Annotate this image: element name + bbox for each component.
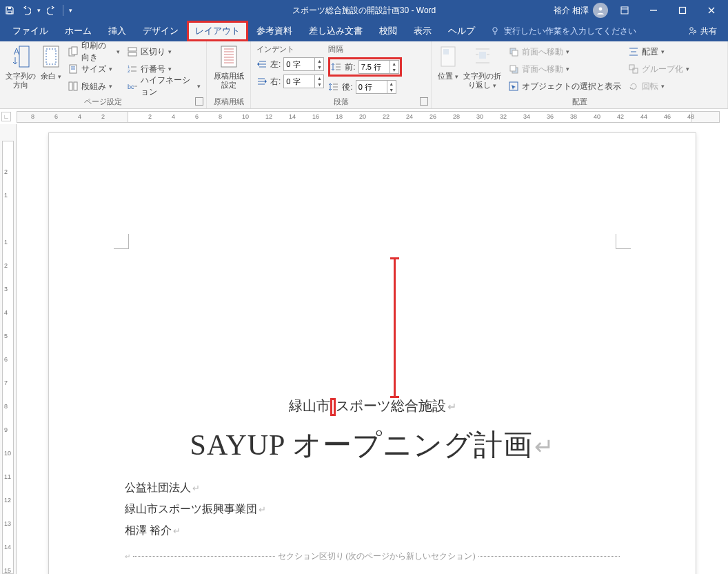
undo-icon[interactable]	[21, 5, 32, 16]
indent-right-spinner[interactable]: ▲▼	[283, 75, 324, 88]
document-body[interactable]: 緑山市スポーツ総合施設↵ SAYUP オープニング計画↵ 公益社団法人↵ 緑山市…	[125, 397, 620, 562]
group-arrange-label: 配置	[432, 97, 727, 107]
svg-rect-19	[69, 82, 72, 90]
vertical-ruler[interactable]: 2112345678910111213141516	[0, 124, 17, 574]
position-label: 位置 ▾	[438, 72, 458, 81]
tell-me-placeholder: 実行したい作業を入力してください	[504, 26, 636, 37]
wrap-text-icon	[472, 44, 494, 69]
paragraph-dialog-launcher[interactable]	[420, 97, 428, 106]
tab-review[interactable]: 校閲	[371, 21, 405, 41]
svg-rect-36	[633, 68, 638, 73]
send-backward-icon	[508, 63, 519, 75]
spinner-down-icon[interactable]: ▼	[315, 64, 323, 70]
indent-left-icon	[256, 59, 267, 70]
body-line-2[interactable]: 緑山市スポーツ振興事業団↵	[125, 502, 620, 517]
size-button[interactable]: サイズ▾	[68, 61, 120, 77]
spacing-before-label: 前:	[345, 61, 355, 73]
title-bar: ▾ ▾ スポーツ総合施設の開設計画30 - Word 裕介 相澤	[0, 0, 728, 21]
margins-icon[interactable]	[40, 44, 62, 69]
tab-design[interactable]: デザイン	[134, 21, 187, 41]
spinner-up-icon[interactable]: ▲	[387, 81, 396, 87]
qat-customize-icon[interactable]: ▾	[69, 7, 72, 14]
indent-right-input[interactable]	[284, 75, 314, 88]
selection-pane-button[interactable]: オブジェクトの選択と表示	[508, 79, 621, 94]
subtitle-line[interactable]: 緑山市スポーツ総合施設↵	[125, 397, 620, 416]
document-area[interactable]: 緑山市スポーツ総合施設↵ SAYUP オープニング計画↵ 公益社団法人↵ 緑山市…	[17, 124, 728, 574]
svg-rect-1	[8, 7, 11, 9]
section-break-marker: ↵ セクション区切り (次のページから新しいセクション)	[125, 551, 620, 562]
group-page-setup: A 文字列の 方向 余白 ▾ 印刷の向き▾ サイズ▾ 段組み▾ 区切り▾ 12行…	[0, 41, 207, 108]
hyphenation-button[interactable]: bcハイフネーション▾	[127, 79, 201, 94]
maximize-button[interactable]	[670, 0, 695, 21]
text-cursor-highlight	[330, 398, 336, 416]
orientation-icon	[68, 46, 79, 57]
line-numbers-icon: 12	[127, 63, 138, 75]
tab-insert[interactable]: 挿入	[100, 21, 134, 41]
wrap-text-label: 文字列の折 り返し ▾	[463, 72, 501, 90]
svg-rect-28	[443, 49, 449, 55]
spinner-down-icon[interactable]: ▼	[387, 87, 396, 93]
orientation-button[interactable]: 印刷の向き▾	[68, 44, 120, 59]
group-paragraph: インデント 左: ▲▼ 右: ▲▼ 間隔 前: ▲▼ 後: ▲▼	[251, 41, 432, 108]
spinner-up-icon[interactable]: ▲	[315, 75, 323, 81]
tab-home[interactable]: ホーム	[57, 21, 100, 41]
paragraph-mark-icon: ↵	[125, 553, 130, 560]
svg-rect-33	[510, 66, 516, 71]
quick-access-toolbar: ▾ ▾	[4, 5, 72, 16]
breaks-icon	[127, 46, 138, 57]
tab-references[interactable]: 参考資料	[248, 21, 301, 41]
tab-help[interactable]: ヘルプ	[440, 21, 483, 41]
minimize-button[interactable]	[641, 0, 666, 21]
workspace: 2112345678910111213141516 緑山市スポーツ総合施設↵ S…	[0, 124, 728, 574]
spinner-up-icon[interactable]: ▲	[390, 61, 398, 67]
close-button[interactable]	[699, 0, 724, 21]
breaks-button[interactable]: 区切り▾	[127, 44, 201, 59]
columns-button[interactable]: 段組み▾	[68, 79, 120, 94]
svg-rect-26	[221, 46, 236, 67]
paragraph-mark-icon: ↵	[192, 484, 200, 493]
send-backward-button: 背面へ移動▾	[508, 61, 621, 77]
svg-rect-29	[479, 52, 486, 59]
tab-selector[interactable]: ∟	[1, 112, 11, 121]
tab-file[interactable]: ファイル	[4, 21, 57, 41]
ribbon: A 文字列の 方向 余白 ▾ 印刷の向き▾ サイズ▾ 段組み▾ 区切り▾ 12行…	[0, 41, 728, 109]
spinner-down-icon[interactable]: ▼	[315, 81, 323, 88]
hyphenation-icon: bc	[127, 81, 138, 92]
spacing-after-spinner[interactable]: ▲▼	[356, 80, 396, 94]
spinner-down-icon[interactable]: ▼	[390, 67, 398, 73]
margin-corner-tr	[616, 234, 631, 249]
horizontal-ruler[interactable]: 8642246810121416182022242628303234363840…	[17, 111, 720, 123]
svg-rect-31	[512, 50, 518, 56]
save-icon[interactable]	[4, 5, 15, 16]
spacing-after-input[interactable]	[356, 81, 387, 93]
page-setup-dialog-launcher[interactable]	[195, 97, 203, 106]
indent-left-input[interactable]	[284, 58, 314, 70]
svg-point-7	[493, 27, 497, 31]
manuscript-icon[interactable]	[218, 44, 240, 69]
text-direction-icon[interactable]: A	[10, 44, 32, 69]
spacing-before-spinner[interactable]: ▲▼	[358, 60, 399, 74]
body-line-3[interactable]: 相澤 裕介↵	[125, 524, 620, 538]
spinner-up-icon[interactable]: ▲	[315, 58, 323, 64]
document-title: スポーツ総合施設の開設計画30 - Word	[292, 5, 436, 17]
spacing-before-input[interactable]	[359, 61, 390, 73]
tab-view[interactable]: 表示	[405, 21, 440, 41]
main-title[interactable]: SAYUP オープニング計画↵	[125, 426, 620, 464]
body-line-1[interactable]: 公益社団法人↵	[125, 481, 620, 495]
ribbon-display-options-icon[interactable]	[612, 0, 637, 21]
tell-me-search[interactable]: 実行したい作業を入力してください	[483, 21, 643, 41]
tab-layout[interactable]: レイアウト	[187, 21, 248, 41]
bring-forward-button: 前面へ移動▾	[508, 44, 621, 59]
user-avatar-icon[interactable]	[593, 3, 608, 18]
align-button[interactable]: 配置▾	[628, 44, 689, 59]
share-button[interactable]: 共有	[681, 21, 724, 41]
ribbon-tabs: ファイル ホーム 挿入 デザイン レイアウト 参考資料 差し込み文書 校閲 表示…	[0, 21, 728, 41]
svg-rect-6	[680, 8, 686, 14]
undo-dropdown-icon[interactable]: ▾	[37, 7, 41, 14]
tab-mailings[interactable]: 差し込み文書	[301, 21, 371, 41]
indent-left-spinner[interactable]: ▲▼	[283, 57, 324, 71]
svg-rect-22	[128, 52, 136, 56]
svg-point-10	[690, 27, 693, 30]
paragraph-mark-icon: ↵	[259, 505, 266, 515]
redo-icon[interactable]	[46, 5, 57, 16]
